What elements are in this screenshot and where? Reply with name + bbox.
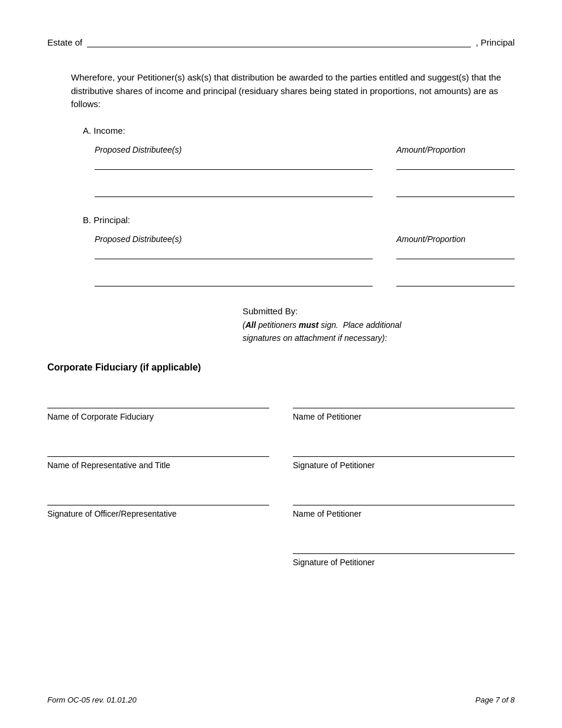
income-block: Proposed Distributee(s) Amount/Proportio… <box>47 145 515 197</box>
name-petitioner-2-block: Name of Petitioner <box>293 488 515 518</box>
principal-row-1 <box>95 249 515 259</box>
principal-col-right-header: Amount/Proportion <box>396 234 515 244</box>
income-distributee-line-2 <box>95 186 373 197</box>
income-row-1 <box>95 159 515 170</box>
form-label: Form OC-05 rev. 01.01.20 <box>47 695 137 704</box>
submitted-by-title: Submitted By: <box>243 304 515 318</box>
name-rep-block: Name of Representative and Title <box>47 439 269 470</box>
intro-paragraph: Wherefore, your Petitioner(s) ask(s) tha… <box>47 71 515 111</box>
sig-petitioner-1-label: Signature of Petitioner <box>293 460 515 470</box>
principal-label: , Principal <box>476 37 515 47</box>
submitted-by-note: (All petitioners must sign. Place additi… <box>243 318 515 345</box>
principal-section-label: B. Principal: <box>47 215 515 225</box>
sig-petitioner-1-block: Signature of Petitioner <box>293 439 515 470</box>
principal-col-headers: Proposed Distributee(s) Amount/Proportio… <box>95 234 515 244</box>
principal-distributee-line-1 <box>95 249 373 259</box>
right-sig-col: Name of Petitioner Signature of Petition… <box>293 391 515 585</box>
income-amount-line-1 <box>396 159 515 170</box>
income-col-left-header: Proposed Distributee(s) <box>95 145 373 154</box>
submitted-by-block: Submitted By: (All petitioners must sign… <box>47 304 515 345</box>
principal-block: Proposed Distributee(s) Amount/Proportio… <box>47 234 515 286</box>
name-corporate-line <box>47 391 269 408</box>
sig-petitioner-2-block: Signature of Petitioner <box>293 536 515 567</box>
name-corporate-label: Name of Corporate Fiduciary <box>47 412 269 421</box>
income-distributee-line-1 <box>95 159 373 170</box>
principal-row-2 <box>95 276 515 286</box>
signature-section: Name of Corporate Fiduciary Name of Repr… <box>47 391 515 585</box>
name-petitioner-2-line <box>293 488 515 505</box>
left-sig-col: Name of Corporate Fiduciary Name of Repr… <box>47 391 269 585</box>
page-label: Page 7 of 8 <box>476 695 515 704</box>
name-petitioner-1-label: Name of Petitioner <box>293 412 515 421</box>
name-rep-label: Name of Representative and Title <box>47 460 269 470</box>
income-col-right-header: Amount/Proportion <box>396 145 515 154</box>
estate-line: Estate of , Principal <box>47 36 515 47</box>
estate-underline <box>87 36 471 47</box>
sig-petitioner-2-label: Signature of Petitioner <box>293 558 515 567</box>
principal-col-left-header: Proposed Distributee(s) <box>95 234 373 244</box>
sig-officer-label: Signature of Officer/Representative <box>47 509 269 518</box>
sig-officer-line <box>47 488 269 505</box>
income-amount-line-2 <box>396 186 515 197</box>
sig-petitioner-1-line <box>293 439 515 457</box>
name-petitioner-1-line <box>293 391 515 408</box>
estate-label: Estate of <box>47 37 82 47</box>
name-corporate-block: Name of Corporate Fiduciary <box>47 391 269 421</box>
principal-amount-line-2 <box>396 276 515 286</box>
name-petitioner-2-label: Name of Petitioner <box>293 509 515 518</box>
corporate-heading: Corporate Fiduciary (if applicable) <box>47 362 515 373</box>
name-rep-line <box>47 439 269 457</box>
sig-petitioner-2-line <box>293 536 515 554</box>
income-col-headers: Proposed Distributee(s) Amount/Proportio… <box>95 145 515 154</box>
income-row-2 <box>95 186 515 197</box>
footer: Form OC-05 rev. 01.01.20 Page 7 of 8 <box>47 695 515 704</box>
principal-distributee-line-2 <box>95 276 373 286</box>
principal-amount-line-1 <box>396 249 515 259</box>
name-petitioner-1-block: Name of Petitioner <box>293 391 515 421</box>
sig-officer-block: Signature of Officer/Representative <box>47 488 269 518</box>
income-section-label: A. Income: <box>47 125 515 136</box>
